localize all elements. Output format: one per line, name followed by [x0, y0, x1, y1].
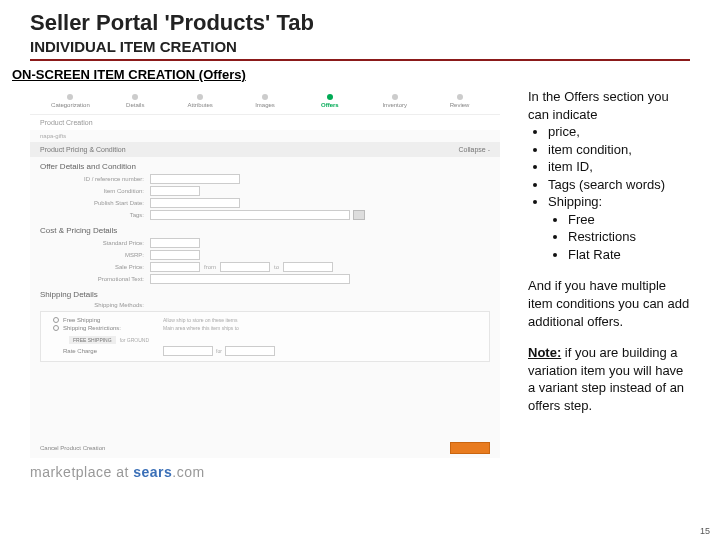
ground-badge: FREE SHIPPING [69, 336, 116, 344]
sale-to-date[interactable] [283, 262, 333, 272]
notes-intro: In the Offers section you can indicate [528, 89, 669, 122]
collapse-toggle[interactable]: Collapse - [458, 146, 490, 153]
tags-label: Tags: [40, 212, 150, 218]
date-to-label: to [274, 264, 279, 270]
list-item: Flat Rate [568, 246, 690, 264]
shipping-sublist: Free Restrictions Flat Rate [548, 211, 690, 264]
standard-price-label: Standard Price: [40, 240, 150, 246]
list-item: Shipping: Free Restrictions Flat Rate [548, 193, 690, 263]
promo-text-input[interactable] [150, 274, 350, 284]
restrictions-label: Shipping Restrictions: [63, 325, 163, 331]
banner-title: Product Pricing & Condition [40, 146, 126, 153]
msrp-input[interactable] [150, 250, 200, 260]
marketplace-logo: marketplace at sears.com [30, 464, 510, 480]
notes-list: price, item condition, item ID, Tags (se… [528, 123, 690, 263]
rate-charge-label: Rate Charge [63, 348, 163, 354]
wizard-stepper: Categorization Details Attributes Images… [30, 88, 500, 115]
list-item: Tags (search words) [548, 176, 690, 194]
step-label: Offers [321, 102, 339, 108]
page-subtitle: INDIVIDUAL ITEM CREATION [30, 38, 690, 61]
free-shipping-label: Free Shipping [63, 317, 163, 323]
add-tag-button[interactable] [353, 210, 365, 220]
step-label: Details [126, 102, 144, 108]
cancel-button[interactable]: Cancel Product Creation [40, 445, 105, 451]
publish-start-input[interactable] [150, 198, 240, 208]
date-from-label: from [204, 264, 216, 270]
free-shipping-radio[interactable] [53, 317, 59, 323]
sale-from-date[interactable] [220, 262, 270, 272]
notes-column: In the Offers section you can indicate p… [510, 88, 690, 480]
item-id-label: ID / reference number: [40, 176, 150, 182]
section-heading: ON-SCREEN ITEM CREATION (Offers) [12, 67, 690, 82]
offer-details-heading: Offer Details and Condition [30, 157, 500, 173]
logo-prefix: marketplace at [30, 464, 133, 480]
step-label: Images [255, 102, 275, 108]
step-details[interactable]: Details [103, 94, 168, 108]
variation-note: Note: if you are building a variation it… [528, 344, 690, 414]
condition-select[interactable] [150, 186, 200, 196]
section-banner: Product Pricing & Condition Collapse - [30, 142, 500, 157]
list-item: item ID, [548, 158, 690, 176]
step-inventory[interactable]: Inventory [362, 94, 427, 108]
rate-amount-input[interactable] [163, 346, 213, 356]
restrictions-hint: Main area where this item ships to [163, 325, 239, 331]
step-offers[interactable]: Offers [297, 94, 362, 108]
msrp-label: MSRP: [40, 252, 150, 258]
step-attributes[interactable]: Attributes [168, 94, 233, 108]
standard-price-input[interactable] [150, 238, 200, 248]
product-creation-mock: Categorization Details Attributes Images… [30, 88, 500, 458]
item-id-input[interactable] [150, 174, 240, 184]
shipping-bullet: Shipping: [548, 194, 602, 209]
step-categorization[interactable]: Categorization [38, 94, 103, 108]
page-title: Seller Portal 'Products' Tab [30, 10, 690, 36]
step-images[interactable]: Images [233, 94, 298, 108]
step-review[interactable]: Review [427, 94, 492, 108]
continue-button[interactable] [450, 442, 490, 454]
logo-suffix: .com [172, 464, 204, 480]
step-label: Inventory [382, 102, 407, 108]
step-label: Review [450, 102, 470, 108]
shipping-methods-label: Shipping Methods: [40, 302, 150, 308]
ground-value: for GROUND [120, 337, 149, 343]
rate-method-select[interactable] [225, 346, 275, 356]
restrictions-radio[interactable] [53, 325, 59, 331]
additional-offers-note: And if you have multiple item conditions… [528, 277, 690, 330]
logo-brand: sears [133, 464, 172, 480]
shipping-options-box: Free Shipping Allow ship to store on the… [40, 311, 490, 362]
shipping-details-heading: Shipping Details [30, 285, 500, 301]
step-label: Attributes [187, 102, 212, 108]
list-item: price, [548, 123, 690, 141]
free-shipping-hint: Allow ship to store on these items [163, 317, 237, 323]
tags-input[interactable] [150, 210, 350, 220]
breadcrumb: Product Creation [30, 115, 500, 130]
step-label: Categorization [51, 102, 90, 108]
cost-pricing-heading: Cost & Pricing Details [30, 221, 500, 237]
sale-price-input[interactable] [150, 262, 200, 272]
condition-label: Item Condition: [40, 188, 150, 194]
screenshot-column: Categorization Details Attributes Images… [30, 88, 510, 480]
publish-start-label: Publish Start Date: [40, 200, 150, 206]
store-name: napa-gifts [30, 130, 500, 142]
list-item: item condition, [548, 141, 690, 159]
sale-price-label: Sale Price: [40, 264, 150, 270]
list-item: Restrictions [568, 228, 690, 246]
note-label: Note: [528, 345, 561, 360]
list-item: Free [568, 211, 690, 229]
promo-text-label: Promotional Text: [40, 276, 150, 282]
page-number: 15 [700, 526, 710, 536]
